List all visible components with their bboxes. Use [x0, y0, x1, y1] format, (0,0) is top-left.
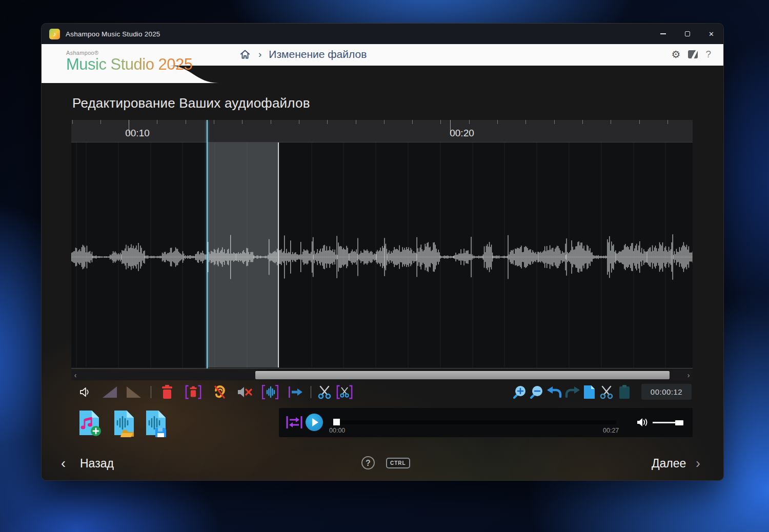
next-button[interactable]: Далее: [652, 457, 686, 470]
elapsed-time: 00:00: [329, 427, 345, 434]
redo-button[interactable]: [564, 383, 580, 401]
ruler-tick: [242, 120, 242, 124]
cursor-time-display: 00:00:12: [641, 384, 692, 400]
horizontal-scrollbar[interactable]: ‹ ›: [71, 370, 693, 380]
unmute-selection-button[interactable]: [211, 383, 228, 401]
play-button[interactable]: [306, 414, 323, 431]
ruler-tick: [299, 120, 299, 124]
volume-slider[interactable]: [653, 422, 683, 423]
fade-out-icon: [126, 386, 141, 398]
fade-in-icon: [102, 386, 117, 398]
minimize-icon: [660, 33, 666, 34]
close-button[interactable]: ✕: [699, 24, 723, 44]
minimize-button[interactable]: [651, 24, 675, 44]
ruler-tick: [412, 120, 413, 124]
cut-button-secondary[interactable]: [598, 383, 615, 401]
trash-icon: [161, 385, 173, 399]
scissors-icon: [599, 385, 614, 399]
delete-button[interactable]: [159, 383, 175, 401]
total-duration: 00:27: [603, 427, 619, 434]
ruler-tick: [384, 120, 385, 124]
open-file-button[interactable]: [111, 410, 138, 437]
waveform-selection-icon: [262, 385, 278, 399]
waveform-canvas: [71, 142, 693, 369]
scroll-left-icon[interactable]: ‹: [71, 370, 79, 380]
ruler-tick: [186, 120, 186, 124]
progress-track[interactable]: [333, 420, 616, 424]
app-window: ♪ Ashampoo Music Studio 2025 ✕ Ashampoo®…: [41, 23, 724, 481]
volume-slider-thumb[interactable]: [675, 420, 683, 425]
zoom-out-button[interactable]: [529, 383, 545, 401]
copy-icon: [582, 385, 596, 399]
ruler-tick: [72, 120, 73, 124]
arrow-to-marker-icon: [287, 385, 303, 399]
playhead[interactable]: [207, 120, 208, 369]
help-button[interactable]: ?: [361, 456, 375, 469]
delete-selection-button[interactable]: [185, 383, 201, 401]
save-file-button[interactable]: [143, 410, 170, 437]
ruler-tick: [440, 120, 441, 124]
preview-volume-button[interactable]: [77, 383, 93, 401]
speaker-muted-icon: [237, 386, 253, 398]
volume-icon[interactable]: [637, 417, 649, 427]
ruler-tick: [554, 120, 555, 124]
redo-icon: [564, 385, 580, 399]
settings-icon[interactable]: ⚙: [671, 49, 680, 59]
breadcrumb-chevron-icon: ›: [258, 49, 261, 60]
ruler-label: 00:10: [125, 128, 150, 139]
cut-selection-button[interactable]: [336, 383, 353, 401]
feedback-icon[interactable]: [688, 50, 698, 58]
add-file-button[interactable]: [76, 410, 103, 437]
desktop-wallpaper: ♪ Ashampoo Music Studio 2025 ✕ Ashampoo®…: [0, 0, 769, 532]
zoom-in-icon: [513, 385, 528, 399]
window-title: Ashampoo Music Studio 2025: [66, 30, 160, 38]
zoom-in-button[interactable]: [512, 383, 529, 401]
page-title: Редактирование Ваших аудиофайлов: [72, 95, 310, 111]
speaker-icon: [78, 385, 92, 399]
scissors-icon: [317, 385, 332, 399]
waveform-editor: 00:1000:20: [71, 120, 693, 369]
ruler-label: 00:20: [450, 128, 474, 139]
undo-button[interactable]: [547, 383, 563, 401]
next-chevron-icon[interactable]: ›: [696, 456, 700, 472]
save-audio-file-icon: [143, 410, 170, 437]
goto-position-button[interactable]: [287, 383, 303, 401]
waveform-area[interactable]: [71, 142, 693, 369]
ruler-tick: [611, 120, 611, 124]
copy-button[interactable]: [581, 383, 597, 401]
paste-icon: [618, 385, 631, 399]
maximize-icon: [685, 31, 690, 36]
open-audio-file-icon: [111, 410, 138, 437]
paste-button[interactable]: [616, 383, 633, 401]
scroll-right-icon[interactable]: ›: [684, 370, 693, 380]
normalize-selection-button[interactable]: [262, 383, 278, 401]
ruler-tick: [356, 120, 356, 124]
ruler-tick: [157, 120, 157, 124]
header-help-icon[interactable]: ?: [705, 49, 711, 60]
ctrl-key-hint: CTRL: [386, 458, 410, 468]
fade-in-button[interactable]: [102, 383, 118, 401]
scrollbar-thumb[interactable]: [255, 371, 670, 379]
back-button[interactable]: Назад: [80, 457, 114, 470]
back-chevron-icon[interactable]: ‹: [61, 456, 66, 472]
cut-button[interactable]: [316, 383, 333, 401]
ruler-tick: [100, 120, 101, 124]
ear-muted-icon: [212, 385, 227, 399]
brand-logo: Ashampoo® Music Studio 2025: [66, 50, 193, 72]
titlebar[interactable]: ♪ Ashampoo Music Studio 2025 ✕: [42, 24, 723, 44]
breadcrumb: › Изменение файлов: [239, 48, 367, 60]
fade-out-button[interactable]: [126, 383, 142, 401]
loop-icon[interactable]: [286, 415, 303, 430]
undo-icon: [547, 385, 562, 399]
ruler-tick: [667, 120, 668, 124]
mute-selection-button[interactable]: [237, 383, 253, 401]
ruler-tick: [525, 120, 526, 124]
scissors-selection-icon: [336, 385, 353, 399]
app-icon: ♪: [49, 29, 60, 39]
home-icon[interactable]: [239, 48, 251, 60]
maximize-button[interactable]: [675, 24, 699, 44]
stop-button[interactable]: [333, 419, 340, 425]
timeline-ruler[interactable]: 00:1000:20: [71, 120, 693, 142]
ruler-tick: [469, 120, 470, 124]
ruler-tick: [639, 120, 640, 124]
